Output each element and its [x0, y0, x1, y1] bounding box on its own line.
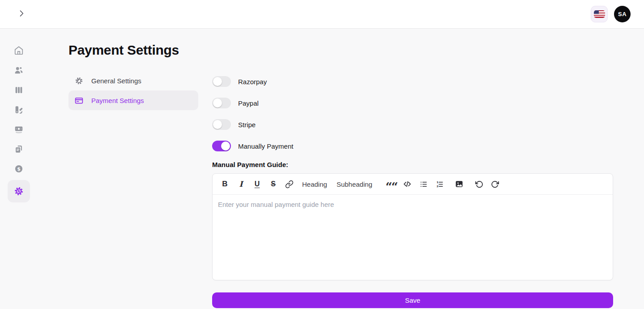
rich-text-editor: B I U S Heading Subheading ““: [212, 173, 613, 280]
toggle-row-manual-payment: Manually Payment: [212, 135, 613, 157]
redo-icon: [491, 180, 499, 189]
tab-label: General Settings: [91, 77, 141, 85]
gear-icon: [74, 76, 84, 86]
manual-payment-guide-label: Manual Payment Guide:: [212, 161, 613, 168]
stripe-toggle[interactable]: [212, 119, 231, 130]
manual-payment-toggle[interactable]: [212, 141, 231, 151]
sidebar-item-payments[interactable]: [8, 120, 30, 139]
toggle-label: Stripe: [238, 121, 256, 129]
settings-tab-list: General Settings Payment Settings: [68, 71, 198, 110]
heading-button[interactable]: Heading: [298, 177, 332, 191]
tab-label: Payment Settings: [91, 97, 144, 104]
razorpay-toggle[interactable]: [212, 76, 231, 87]
sidebar-item-home[interactable]: [8, 41, 30, 60]
toggle-label: Manually Payment: [238, 142, 293, 150]
chevron-right-icon: [17, 9, 26, 19]
editor-toolbar: B I U S Heading Subheading ““: [213, 174, 613, 195]
toggle-row-razorpay: Razorpay: [212, 71, 613, 92]
dollar-circle-icon: $: [14, 164, 24, 174]
users-icon: [14, 65, 24, 75]
italic-button[interactable]: I: [233, 177, 249, 191]
code-button[interactable]: [400, 177, 415, 191]
bold-button[interactable]: B: [217, 177, 233, 191]
bullet-list-icon: [419, 180, 428, 189]
toggle-label: Paypal: [238, 99, 259, 107]
strikethrough-button[interactable]: S: [265, 177, 281, 191]
sidebar-item-swatches[interactable]: [8, 100, 30, 120]
sidebar: $: [0, 29, 38, 309]
link-icon: [285, 180, 294, 189]
toggle-label: Razorpay: [238, 78, 267, 86]
editor-placeholder: Enter your manual payment guide here: [218, 201, 607, 208]
sidebar-item-finance[interactable]: $: [8, 159, 30, 179]
page-title: Payment Settings: [68, 43, 644, 58]
topbar: SA: [0, 0, 644, 29]
tab-payment-settings[interactable]: Payment Settings: [68, 90, 198, 110]
documents-icon: [14, 144, 24, 154]
svg-text:2: 2: [436, 185, 438, 188]
home-icon: [14, 46, 24, 56]
image-icon: [455, 180, 464, 189]
language-selector-button[interactable]: [591, 6, 608, 22]
image-button[interactable]: [452, 177, 467, 191]
manual-guide-editor[interactable]: Enter your manual payment guide here: [213, 195, 613, 214]
toggle-row-paypal: Paypal: [212, 92, 613, 114]
us-flag-icon: [594, 10, 605, 18]
sidebar-item-settings[interactable]: [8, 180, 30, 202]
settings-gear-icon: [13, 186, 24, 197]
undo-icon: [475, 180, 483, 189]
tab-general-settings[interactable]: General Settings: [68, 71, 198, 90]
user-avatar[interactable]: SA: [614, 6, 631, 22]
svg-text:$: $: [17, 166, 21, 172]
underline-button[interactable]: U: [249, 177, 265, 191]
banknote-icon: [14, 124, 24, 134]
main-content: Payment Settings General Settings Paymen…: [38, 29, 644, 309]
sidebar-expand-button[interactable]: [15, 8, 28, 21]
svg-text:1: 1: [436, 180, 438, 183]
blockquote-button[interactable]: ““: [384, 177, 399, 191]
code-icon: [403, 180, 412, 189]
payment-settings-panel: Razorpay Paypal Stripe Manually Payment …: [212, 71, 613, 308]
columns-icon: [14, 85, 24, 95]
ordered-list-button[interactable]: 12: [432, 177, 448, 191]
link-button[interactable]: [281, 177, 297, 191]
credit-card-icon: [74, 96, 84, 105]
paypal-toggle[interactable]: [212, 98, 231, 108]
subheading-button[interactable]: Subheading: [332, 177, 377, 191]
bullet-list-button[interactable]: [416, 177, 431, 191]
undo-button[interactable]: [471, 177, 487, 191]
sidebar-item-documents[interactable]: [8, 139, 30, 159]
toggle-row-stripe: Stripe: [212, 114, 613, 135]
redo-button[interactable]: [487, 177, 503, 191]
ordered-list-icon: 12: [435, 180, 444, 189]
swatch-book-icon: [14, 105, 24, 115]
sidebar-item-columns[interactable]: [8, 80, 30, 100]
sidebar-item-users[interactable]: [8, 60, 30, 80]
save-button[interactable]: Save: [212, 292, 613, 308]
